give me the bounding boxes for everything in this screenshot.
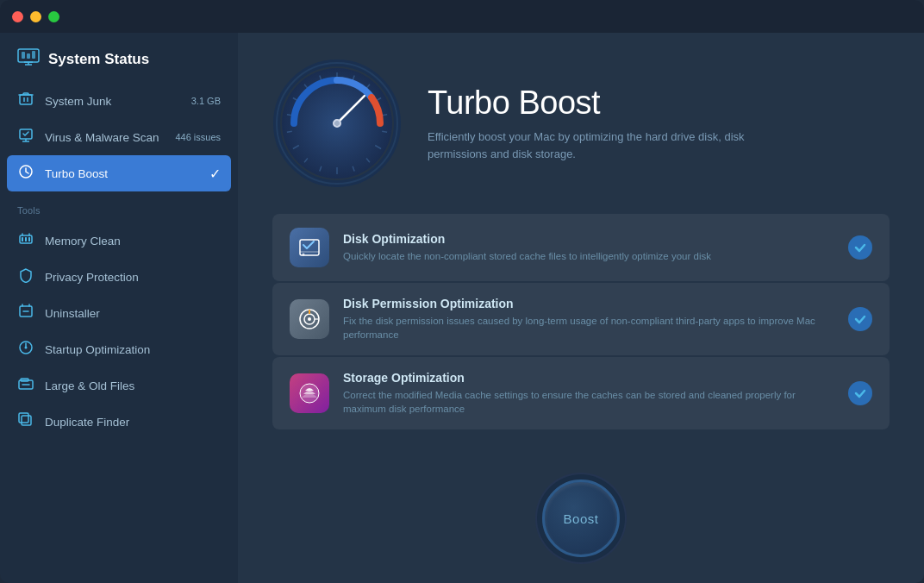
turbo-boost-check: ✓ [209, 166, 221, 182]
main-content: Turbo Boost Efficiently boost your Mac b… [238, 33, 924, 583]
svg-point-62 [308, 317, 311, 321]
sidebar-header: System Status [0, 33, 238, 83]
sidebar-items-list: System Junk 3.1 GB Virus & Malware Scan … [0, 83, 238, 583]
close-button[interactable] [12, 11, 23, 22]
feature-card-disk-permission: Disk Permission Optimization Fix the dis… [272, 283, 890, 355]
disk-optimization-desc: Quickly locate the non-compliant stored … [343, 249, 834, 263]
virus-scan-icon [17, 128, 34, 147]
storage-optimization-text: Storage Optimization Correct the modifie… [343, 371, 834, 416]
svg-line-41 [382, 131, 387, 132]
disk-permission-check [848, 307, 872, 331]
sidebar-item-uninstaller[interactable]: Uninstaller [0, 295, 238, 331]
disk-permission-desc: Fix the disk permission issues caused by… [343, 314, 834, 342]
hero-text: Turbo Boost Efficiently boost your Mac b… [428, 85, 890, 162]
virus-scan-badge: 446 issues [175, 132, 221, 142]
boost-area: Boost [272, 462, 890, 566]
system-status-icon [17, 48, 40, 71]
svg-rect-18 [28, 237, 30, 241]
sidebar-item-startup-optimization[interactable]: Startup Optimization [0, 331, 238, 367]
disk-permission-text: Disk Permission Optimization Fix the dis… [343, 297, 834, 342]
large-old-files-icon [17, 376, 34, 395]
svg-rect-6 [32, 51, 35, 59]
memory-clean-label: Memory Clean [45, 235, 221, 248]
boost-button[interactable]: Boost [542, 480, 620, 557]
feature-list: Disk Optimization Quickly locate the non… [272, 214, 890, 462]
storage-optimization-title: Storage Optimization [343, 371, 834, 385]
storage-optimization-desc: Correct the modified Media cache setting… [343, 388, 834, 416]
sidebar-title: System Status [48, 51, 149, 68]
privacy-protection-label: Privacy Protection [45, 271, 221, 284]
sidebar-item-turbo-boost[interactable]: Turbo Boost ✓ [7, 155, 231, 191]
minimize-button[interactable] [30, 11, 41, 22]
virus-scan-label: Virus & Malware Scan [45, 131, 165, 144]
turbo-boost-icon [17, 164, 34, 183]
svg-rect-5 [27, 53, 30, 59]
duplicate-finder-icon [17, 412, 34, 431]
maximize-button[interactable] [48, 11, 59, 22]
tools-section-label: Tools [0, 191, 238, 223]
sidebar-item-memory-clean[interactable]: Memory Clean [0, 223, 238, 259]
svg-rect-16 [22, 237, 23, 241]
svg-rect-31 [22, 416, 31, 425]
large-old-files-label: Large & Old Files [45, 379, 221, 392]
hero-description: Efficiently boost your Mac by optimizing… [428, 129, 790, 162]
svg-rect-7 [20, 95, 32, 104]
system-junk-label: System Junk [45, 95, 181, 108]
turbo-boost-label: Turbo Boost [45, 167, 199, 180]
feature-card-storage-optimization: Storage Optimization Correct the modifie… [272, 357, 890, 429]
title-bar [0, 0, 924, 33]
main-inner: Turbo Boost Efficiently boost your Mac b… [238, 33, 924, 583]
sidebar: System Status System Junk 3.1 GB [0, 33, 238, 583]
disk-optimization-check [848, 235, 872, 260]
feature-card-disk-optimization: Disk Optimization Quickly locate the non… [272, 214, 890, 281]
hero-section: Turbo Boost Efficiently boost your Mac b… [272, 59, 890, 188]
sidebar-item-large-old-files[interactable]: Large & Old Files [0, 367, 238, 404]
svg-rect-17 [25, 237, 27, 241]
app-layout: System Status System Junk 3.1 GB [0, 33, 924, 583]
svg-rect-4 [22, 52, 25, 59]
privacy-protection-icon [17, 267, 34, 286]
disk-optimization-text: Disk Optimization Quickly locate the non… [343, 232, 834, 263]
memory-clean-icon [17, 231, 34, 250]
disk-optimization-title: Disk Optimization [343, 232, 834, 246]
disk-optimization-icon [290, 228, 329, 267]
startup-optimization-icon [17, 340, 34, 359]
sidebar-item-duplicate-finder[interactable]: Duplicate Finder [0, 404, 238, 440]
svg-rect-57 [300, 240, 319, 255]
duplicate-finder-label: Duplicate Finder [45, 416, 221, 429]
storage-optimization-check [848, 381, 872, 405]
disk-permission-title: Disk Permission Optimization [343, 297, 834, 310]
svg-rect-32 [19, 413, 28, 423]
sidebar-item-privacy-protection[interactable]: Privacy Protection [0, 259, 238, 295]
disk-permission-icon [290, 299, 329, 339]
storage-optimization-icon [290, 373, 329, 413]
startup-optimization-label: Startup Optimization [45, 343, 221, 356]
hero-title: Turbo Boost [428, 85, 890, 122]
svg-point-27 [25, 347, 28, 349]
svg-line-49 [287, 131, 292, 132]
uninstaller-icon [17, 304, 34, 323]
system-junk-icon [17, 91, 34, 110]
uninstaller-label: Uninstaller [45, 307, 221, 320]
system-junk-badge: 3.1 GB [191, 96, 221, 106]
gauge-container [272, 59, 402, 188]
sidebar-item-virus-scan[interactable]: Virus & Malware Scan 446 issues [0, 119, 238, 155]
svg-point-59 [303, 254, 305, 256]
sidebar-item-system-junk[interactable]: System Junk 3.1 GB [0, 83, 238, 119]
